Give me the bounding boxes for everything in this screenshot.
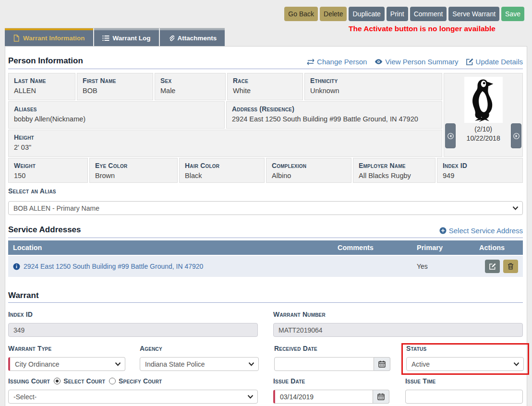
go-back-button[interactable]: Go Back bbox=[284, 7, 318, 21]
eye-icon bbox=[375, 59, 383, 65]
calendar-icon[interactable] bbox=[374, 357, 390, 371]
tab-label: Attachments bbox=[178, 35, 217, 42]
warrant-number-input[interactable] bbox=[273, 323, 523, 337]
issue-time-input[interactable] bbox=[405, 390, 523, 404]
tab-label: Warrant Log bbox=[113, 35, 151, 42]
field-label: Employer Name bbox=[359, 162, 430, 169]
person-information-heading: Person Information bbox=[8, 56, 83, 66]
field-first-name: First Name BOB bbox=[77, 73, 153, 100]
field-race: Race White bbox=[227, 73, 303, 100]
serve-warrant-button[interactable]: Serve Warrant bbox=[448, 7, 499, 21]
person-grid: Last Name ALLEN First Name BOB Sex Male … bbox=[8, 73, 523, 215]
photo-index: (2/10) bbox=[467, 125, 500, 134]
view-person-summary-link[interactable]: View Person Summary bbox=[375, 58, 458, 66]
specify-court-radio[interactable] bbox=[109, 378, 116, 384]
list-icon bbox=[102, 35, 109, 41]
received-date-input[interactable] bbox=[274, 357, 374, 371]
tab-warrant-information[interactable]: Warrant Information bbox=[5, 28, 93, 46]
agency-select[interactable]: Indiana State Police bbox=[140, 357, 259, 371]
table-row: 2924 East 1250 South Building #99 Battle… bbox=[8, 256, 523, 277]
warrant-number-label: Warrant Number bbox=[273, 310, 523, 318]
activate-unavailable-notice: The Activate button is no longer availab… bbox=[349, 24, 496, 33]
info-circle-icon[interactable] bbox=[13, 263, 20, 270]
select-alias-label: Select an Alias bbox=[8, 187, 523, 195]
photo-date: 10/22/2018 bbox=[467, 134, 500, 143]
field-label: Hair Color bbox=[185, 162, 259, 169]
service-addresses-table: Location Comments Primary Actions 2924 E… bbox=[8, 240, 523, 277]
select-court-radio[interactable] bbox=[54, 378, 60, 384]
duplicate-button[interactable]: Duplicate bbox=[349, 7, 384, 21]
field-value: All Blacks Rugby bbox=[359, 172, 430, 179]
field-value: Male bbox=[160, 87, 220, 95]
field-value: Unknown bbox=[310, 87, 436, 95]
status-highlight-box: Status Active bbox=[401, 343, 529, 375]
edit-address-button[interactable] bbox=[485, 260, 500, 273]
row-primary: Yes bbox=[412, 256, 473, 277]
field-label: Index ID bbox=[443, 162, 517, 169]
save-button[interactable]: Save bbox=[501, 7, 524, 21]
index-id-label: Index ID bbox=[8, 310, 258, 318]
field-label: Race bbox=[233, 77, 297, 84]
status-select[interactable]: Active bbox=[406, 357, 524, 371]
paperclip-icon bbox=[168, 35, 174, 42]
field-employer-name: Employer Name All Blacks Rugby bbox=[353, 158, 435, 183]
field-value: 2' 03" bbox=[14, 143, 436, 151]
field-label: Ethnicity bbox=[310, 77, 436, 84]
index-id-input[interactable] bbox=[8, 323, 258, 337]
field-value: Brown bbox=[95, 172, 172, 179]
warrant-type-label: Warrant Type bbox=[8, 345, 125, 352]
photo-prev-button[interactable] bbox=[445, 123, 456, 148]
column-actions: Actions bbox=[474, 240, 523, 255]
delete-button[interactable]: Delete bbox=[320, 7, 347, 21]
tab-attachments[interactable]: Attachments bbox=[160, 28, 225, 46]
main-panel: Person Information Change Person View Pe… bbox=[5, 46, 527, 406]
calendar-icon[interactable] bbox=[373, 390, 389, 404]
trash-icon bbox=[508, 263, 514, 270]
warrant-heading: Warrant bbox=[8, 291, 39, 300]
field-sex: Sex Male bbox=[155, 73, 226, 100]
column-location: Location bbox=[8, 240, 332, 255]
tab-warrant-log[interactable]: Warrant Log bbox=[94, 28, 159, 46]
field-height: Height 2' 03" bbox=[8, 130, 442, 157]
field-eye-color: Eye Color Brown bbox=[89, 158, 178, 183]
person-photo bbox=[464, 77, 503, 123]
field-aliases: Aliases bobby Allen(Nickname) bbox=[8, 101, 225, 129]
row-comments bbox=[333, 256, 411, 277]
field-label: Height bbox=[14, 133, 436, 141]
agency-label: Agency bbox=[140, 345, 259, 352]
update-details-link[interactable]: Update Details bbox=[466, 58, 523, 66]
document-icon bbox=[13, 35, 20, 42]
field-last-name: Last Name ALLEN bbox=[8, 73, 75, 100]
issue-date-input[interactable] bbox=[273, 390, 373, 404]
service-address-link[interactable]: 2924 East 1250 South Building #99 Battle… bbox=[24, 263, 203, 270]
field-label: Complexion bbox=[272, 162, 346, 169]
warrant-type-select[interactable]: City Ordinance bbox=[8, 357, 125, 371]
print-button[interactable]: Print bbox=[387, 7, 408, 21]
swap-icon bbox=[307, 59, 314, 65]
issuing-court-select[interactable]: -Select- bbox=[8, 390, 258, 404]
received-date-label: Received Date bbox=[274, 345, 390, 352]
select-court-label: Select Court bbox=[63, 377, 105, 385]
comment-button[interactable]: Comment bbox=[410, 7, 447, 21]
person-photo-widget: (2/10) 10/22/2018 bbox=[444, 73, 523, 157]
field-label: Sex bbox=[160, 77, 220, 84]
photo-next-button[interactable] bbox=[511, 123, 521, 148]
field-value: 949 bbox=[443, 172, 517, 179]
field-value: ALLEN bbox=[14, 87, 70, 95]
link-label: Update Details bbox=[476, 58, 523, 66]
field-value: bobby Allen(Nickname) bbox=[14, 115, 219, 123]
page-header: Go Back Delete Duplicate Print Comment S… bbox=[0, 0, 532, 46]
alias-select[interactable]: BOB ALLEN - Primary Name bbox=[8, 201, 523, 215]
specify-court-label: Specify Court bbox=[119, 377, 162, 385]
field-person-index-id: Index ID 949 bbox=[437, 158, 523, 183]
select-service-address-link[interactable]: Select Service Address bbox=[439, 227, 523, 235]
field-hair-color: Hair Color Black bbox=[179, 158, 265, 183]
arrow-circle-right-icon bbox=[513, 133, 520, 139]
edit-icon bbox=[466, 58, 473, 65]
field-label: Last Name bbox=[14, 77, 70, 84]
link-label: Change Person bbox=[317, 58, 367, 66]
change-person-link[interactable]: Change Person bbox=[307, 58, 367, 66]
delete-address-button[interactable] bbox=[503, 260, 518, 273]
field-value: BOB bbox=[83, 87, 147, 95]
field-value: Albino bbox=[272, 172, 346, 179]
